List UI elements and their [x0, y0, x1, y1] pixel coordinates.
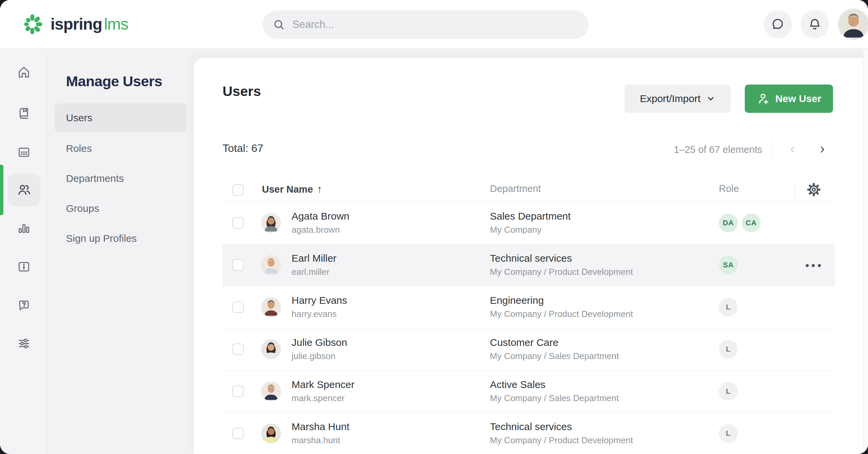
- avatar-illustration: [838, 9, 868, 39]
- role-badges: SA: [719, 255, 738, 274]
- avatar: [261, 255, 281, 275]
- total-count: Total: 67: [222, 142, 263, 155]
- app-window: ispringlms Manage Users: [0, 0, 868, 454]
- sidebar-title: Manage Users: [66, 73, 162, 90]
- sidebar-item-users[interactable]: Users: [55, 103, 187, 132]
- row-checkbox[interactable]: [232, 428, 244, 439]
- chat-bubble-icon: [771, 17, 785, 31]
- new-user-button[interactable]: New User: [745, 85, 833, 113]
- table-row[interactable]: Earl Miller earl.miller Technical servic…: [194, 244, 863, 286]
- department-cell: Engineering My Company / Product Develop…: [490, 295, 633, 319]
- user-login: earl.miller: [291, 267, 336, 277]
- department-path: My Company: [490, 225, 571, 235]
- table-header: User Name ↑ Department Role: [194, 178, 868, 202]
- rail-item-info-window[interactable]: [8, 250, 40, 283]
- rail-item-sliders[interactable]: [8, 327, 40, 360]
- sidebar-item-groups[interactable]: Groups: [55, 193, 187, 223]
- chevron-right-icon: [818, 145, 827, 154]
- avatar: [261, 297, 281, 317]
- sidebar-item-roles[interactable]: Roles: [55, 133, 187, 163]
- export-import-button[interactable]: Export/Import: [625, 85, 731, 113]
- role-badge: L: [719, 340, 738, 359]
- row-checkbox[interactable]: [232, 259, 244, 271]
- table-row[interactable]: Harry Evans harry.evans Engineering My C…: [194, 286, 863, 328]
- avatar: [261, 213, 281, 233]
- user-full-name: Agata Brown: [291, 211, 349, 222]
- column-role: Role: [719, 183, 739, 194]
- column-user-name[interactable]: User Name ↑: [262, 183, 322, 195]
- table-row[interactable]: Mark Spencer mark.spencer Active Sales M…: [194, 370, 863, 413]
- table-row[interactable]: Julie Gibson julie.gibson Customer Care …: [194, 328, 863, 370]
- chevron-left-icon: [788, 145, 797, 154]
- table-row[interactable]: Marsha Hunt marsha.hunt Technical servic…: [194, 413, 863, 454]
- pagination-divider: [772, 140, 773, 159]
- role-badge: CA: [742, 214, 761, 232]
- more-dots-icon: [818, 264, 821, 267]
- row-checkbox[interactable]: [232, 301, 244, 313]
- previous-page-button[interactable]: [785, 142, 800, 157]
- department-cell: Active Sales My Company / Sales Departme…: [490, 379, 619, 403]
- page-title: Users: [222, 84, 261, 99]
- more-dots-icon: [812, 264, 815, 267]
- department-path: My Company / Sales Department: [490, 393, 619, 403]
- avatar-illustration: [261, 255, 281, 275]
- user-full-name: Earl Miller: [291, 252, 336, 264]
- user-cell: Earl Miller earl.miller: [291, 252, 336, 277]
- department-cell: Customer Care My Company / Sales Departm…: [490, 337, 619, 361]
- select-all-checkbox[interactable]: [232, 184, 244, 196]
- messages-button[interactable]: [764, 10, 792, 38]
- user-avatar[interactable]: [838, 9, 868, 39]
- rail-item-bar-chart[interactable]: [8, 212, 40, 244]
- rail-item-book[interactable]: [8, 97, 40, 130]
- department-name: Customer Care: [490, 337, 619, 348]
- table-settings-button[interactable]: [806, 182, 822, 198]
- role-badges: L: [719, 340, 738, 359]
- user-cell: Marsha Hunt marsha.hunt: [291, 421, 349, 445]
- sidebar-menu: UsersRolesDepartmentsGroupsSign up Profi…: [55, 103, 187, 253]
- row-checkbox[interactable]: [232, 386, 244, 397]
- search-icon: [273, 19, 285, 31]
- users-panel: Users Export/Import New User Total: 67 1…: [194, 58, 868, 454]
- vertical-scrollbar[interactable]: [863, 49, 868, 454]
- nav-rail: [0, 49, 48, 454]
- user-cell: Harry Evans harry.evans: [291, 295, 347, 319]
- row-checkbox[interactable]: [232, 217, 244, 229]
- brand-secondary: lms: [104, 15, 128, 33]
- department-cell: Technical services My Company / Product …: [490, 421, 633, 445]
- notifications-button[interactable]: [801, 10, 829, 38]
- user-login: harry.evans: [291, 309, 347, 319]
- global-search[interactable]: [262, 10, 589, 39]
- table-row[interactable]: Agata Brown agata.brown Sales Department…: [194, 202, 863, 244]
- sidebar-item-departments[interactable]: Departments: [55, 163, 187, 193]
- column-department: Department: [490, 183, 541, 194]
- department-name: Technical services: [490, 252, 633, 264]
- user-login: agata.brown: [291, 225, 349, 235]
- department-path: My Company / Product Development: [490, 267, 633, 277]
- user-login: julie.gibson: [291, 351, 347, 361]
- person-plus-icon: [756, 92, 770, 105]
- next-page-button[interactable]: [814, 142, 830, 157]
- rail-item-help-bubble[interactable]: [8, 289, 40, 321]
- user-full-name: Julie Gibson: [291, 337, 347, 348]
- role-badges: L: [719, 382, 738, 401]
- user-table-body: Agata Brown agata.brown Sales Department…: [194, 202, 863, 454]
- sidebar-item-sign-up-profiles[interactable]: Sign up Profiles: [55, 223, 187, 253]
- avatar: [261, 339, 281, 359]
- search-input[interactable]: [291, 18, 579, 31]
- user-login: marsha.hunt: [291, 435, 349, 445]
- active-section-indicator: [0, 165, 3, 215]
- role-badges: L: [719, 298, 738, 316]
- bell-icon: [808, 17, 822, 31]
- department-name: Technical services: [490, 421, 633, 432]
- department-path: My Company / Product Development: [490, 309, 633, 319]
- rail-item-users[interactable]: [8, 174, 40, 206]
- department-name: Sales Department: [490, 211, 571, 222]
- row-checkbox[interactable]: [232, 343, 244, 355]
- more-actions-button[interactable]: [804, 260, 827, 270]
- rail-item-home[interactable]: [8, 56, 40, 88]
- user-cell: Agata Brown agata.brown: [291, 211, 349, 235]
- sliders-icon: [17, 336, 31, 351]
- rail-item-calendar[interactable]: [8, 136, 40, 169]
- avatar-illustration: [261, 339, 281, 359]
- avatar-illustration: [261, 382, 281, 401]
